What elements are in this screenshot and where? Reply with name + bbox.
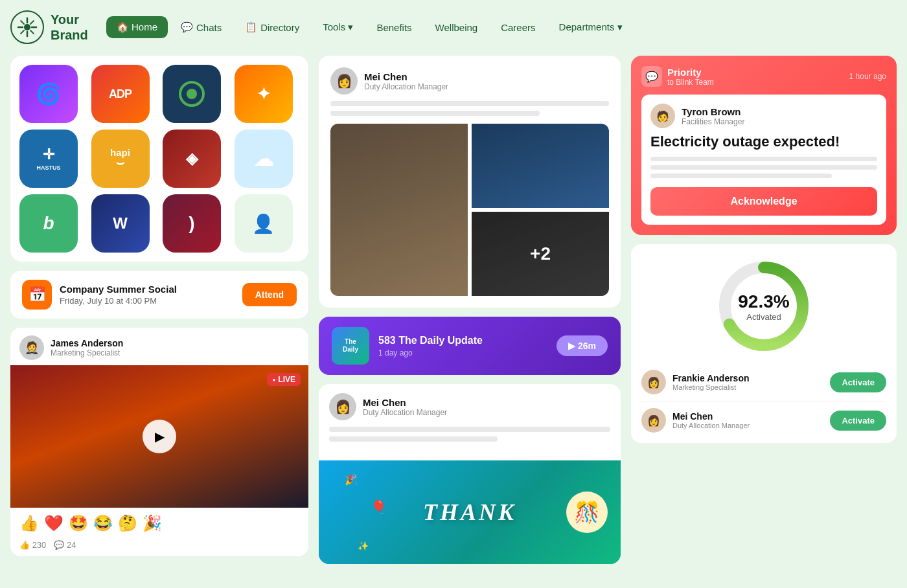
reaction-laugh[interactable]: 😂 bbox=[93, 514, 113, 532]
plus-count-badge: +2 bbox=[472, 212, 609, 296]
podcast-title: 583 The Daily Update bbox=[378, 335, 547, 346]
frankie-name: Frankie Anderson bbox=[672, 373, 823, 383]
priority-icon-box: 💬 bbox=[641, 66, 662, 87]
reactions-bar: 👍 ❤️ 🤩 😂 🤔 🎉 bbox=[10, 508, 308, 540]
live-user-name: James Anderson bbox=[51, 338, 123, 348]
mei-user-info: Mei Chen Duty Allocation Manager bbox=[364, 71, 448, 91]
mei2-user-info: Mei Chen Duty Allocation Manager bbox=[363, 397, 447, 417]
donut-percentage: 92.3% bbox=[738, 291, 789, 312]
navigation: Your Brand 🏠 Home 💬 Chats 📋 Directory To… bbox=[10, 10, 897, 44]
priority-lines-placeholder bbox=[650, 157, 877, 178]
app-icon-hapi[interactable]: hapi ⌣ bbox=[91, 130, 150, 188]
frankie-avatar: 👩 bbox=[641, 370, 666, 394]
thankyou-image: THANK 🎊 🎉 🎈 ✨ bbox=[319, 460, 621, 564]
like-count: 👍 230 bbox=[19, 540, 46, 550]
sign-image bbox=[472, 124, 609, 208]
sender-info: Tyron Brown Facilities Manager bbox=[682, 106, 744, 126]
attend-button[interactable]: Attend bbox=[242, 283, 297, 306]
svg-line-7 bbox=[21, 30, 24, 34]
event-info: Company Summer Social Friday, July 10 at… bbox=[60, 284, 235, 306]
sender-role: Facilities Manager bbox=[682, 117, 744, 126]
live-badge: LIVE bbox=[267, 373, 301, 386]
app-icon-camtasia[interactable]: 🌀 bbox=[19, 65, 78, 123]
event-icon: 📅 bbox=[22, 280, 52, 310]
mei-post-card: 👩 Mei Chen Duty Allocation Manager +2 bbox=[319, 56, 621, 308]
reaction-thumbs-up[interactable]: 👍 bbox=[19, 514, 39, 532]
main-grid: 🌀 ADP ✦ ✛ HASTUS hapi ⌣ ◈ ☁ b W ) 👤 bbox=[10, 56, 897, 564]
celebration-emoji: 🎊 bbox=[566, 492, 608, 533]
post-text-placeholder bbox=[330, 101, 609, 116]
thankyou-card: 👩 Mei Chen Duty Allocation Manager THANK… bbox=[319, 384, 621, 564]
app-icon-b[interactable]: b bbox=[19, 194, 78, 253]
reaction-star-eyes[interactable]: 🤩 bbox=[69, 514, 88, 532]
left-column: 🌀 ADP ✦ ✛ HASTUS hapi ⌣ ◈ ☁ b W ) 👤 bbox=[10, 56, 308, 556]
app-icon-q[interactable] bbox=[163, 65, 221, 123]
divider bbox=[641, 401, 886, 401]
activation-item-frankie: 👩 Frankie Anderson Marketing Specialist … bbox=[641, 370, 886, 394]
priority-title: Priority bbox=[667, 67, 714, 78]
mei-post-header: 👩 Mei Chen Duty Allocation Manager bbox=[330, 67, 609, 95]
logo-icon bbox=[10, 10, 44, 44]
app-icon-hastus[interactable]: ✛ HASTUS bbox=[19, 130, 78, 188]
acknowledge-button[interactable]: Acknowledge bbox=[650, 187, 877, 216]
nav-tools[interactable]: Tools ▾ bbox=[312, 16, 363, 38]
svg-point-10 bbox=[187, 89, 197, 99]
thankyou-text-placeholder bbox=[319, 427, 621, 453]
nav-home[interactable]: 🏠 Home bbox=[106, 16, 168, 38]
app-icon-abstract[interactable]: ◈ bbox=[163, 130, 221, 188]
podcast-thumbnail: TheDaily bbox=[332, 327, 369, 365]
app-icon-w[interactable]: W bbox=[91, 194, 150, 253]
svg-line-8 bbox=[21, 21, 24, 24]
app-icon-star[interactable]: ✦ bbox=[235, 65, 293, 123]
donut-subtitle: Activated bbox=[738, 312, 789, 322]
reaction-heart[interactable]: ❤️ bbox=[44, 514, 63, 532]
live-video: LIVE ▶ bbox=[10, 365, 308, 508]
activation-card: 92.3% Activated 👩 Frankie Anderson Marke… bbox=[631, 244, 897, 443]
svg-line-6 bbox=[30, 30, 34, 34]
app-icon-adp[interactable]: ADP bbox=[91, 65, 150, 123]
mei-avatar: 👩 bbox=[330, 67, 358, 95]
mei2-role: Duty Allocation Manager bbox=[363, 408, 447, 417]
play-button[interactable]: ▶ bbox=[143, 420, 176, 453]
podcast-play-button[interactable]: ▶ 26m bbox=[557, 335, 608, 356]
priority-headline: Electricity outage expected! bbox=[650, 133, 877, 150]
mei-activate-button[interactable]: Activate bbox=[830, 411, 886, 431]
app-icon-person[interactable]: 👤 bbox=[235, 194, 293, 253]
podcast-info: 583 The Daily Update 1 day ago bbox=[378, 335, 547, 357]
reaction-party[interactable]: 🎉 bbox=[143, 514, 162, 532]
priority-header: 💬 Priority to Blink Team 1 hour ago bbox=[641, 66, 886, 87]
reaction-thinking[interactable]: 🤔 bbox=[118, 514, 137, 532]
frankie-role: Marketing Specialist bbox=[672, 383, 823, 391]
mei-role: Duty Allocation Manager bbox=[364, 82, 448, 91]
event-card: 📅 Company Summer Social Friday, July 10 … bbox=[10, 271, 308, 319]
mei-act-role: Duty Allocation Manager bbox=[672, 422, 823, 429]
middle-column: 👩 Mei Chen Duty Allocation Manager +2 bbox=[319, 56, 621, 564]
nav-chats[interactable]: 💬 Chats bbox=[170, 16, 232, 38]
logo: Your Brand bbox=[10, 10, 88, 44]
app-icon-cloud[interactable]: ☁ bbox=[235, 130, 293, 188]
priority-label: 💬 Priority to Blink Team bbox=[641, 66, 714, 87]
workers-image: +2 bbox=[472, 212, 609, 296]
thankyou-overlay-text: THANK bbox=[423, 499, 516, 526]
nav-wellbeing[interactable]: Wellbeing bbox=[425, 17, 488, 38]
mei-act-avatar: 👩 bbox=[641, 408, 666, 433]
live-card: 🤵 James Anderson Marketing Specialist LI… bbox=[10, 328, 308, 556]
priority-inner: 🧑 Tyron Brown Facilities Manager Electri… bbox=[641, 95, 886, 225]
post-images: +2 bbox=[330, 124, 609, 296]
nav-items: 🏠 Home 💬 Chats 📋 Directory Tools ▾ Benef… bbox=[106, 16, 633, 38]
mei-name: Mei Chen bbox=[364, 71, 448, 82]
nav-careers[interactable]: Careers bbox=[490, 17, 545, 38]
priority-label-text: Priority to Blink Team bbox=[667, 67, 714, 87]
nav-departments[interactable]: Departments ▾ bbox=[549, 16, 633, 38]
thankyou-header: 👩 Mei Chen Duty Allocation Manager bbox=[319, 384, 621, 427]
app-icon-arc[interactable]: ) bbox=[163, 194, 221, 253]
reaction-counts: 👍 230 💬 24 bbox=[10, 540, 308, 556]
nav-directory[interactable]: 📋 Directory bbox=[235, 16, 310, 38]
nav-benefits[interactable]: Benefits bbox=[366, 17, 422, 38]
event-title: Company Summer Social bbox=[60, 284, 235, 295]
priority-card: 💬 Priority to Blink Team 1 hour ago 🧑 Ty… bbox=[631, 56, 897, 235]
frankie-activate-button[interactable]: Activate bbox=[830, 372, 886, 392]
warehouse-image bbox=[330, 124, 468, 296]
comment-count: 💬 24 bbox=[54, 540, 76, 550]
brand-name: Your Brand bbox=[51, 12, 88, 43]
